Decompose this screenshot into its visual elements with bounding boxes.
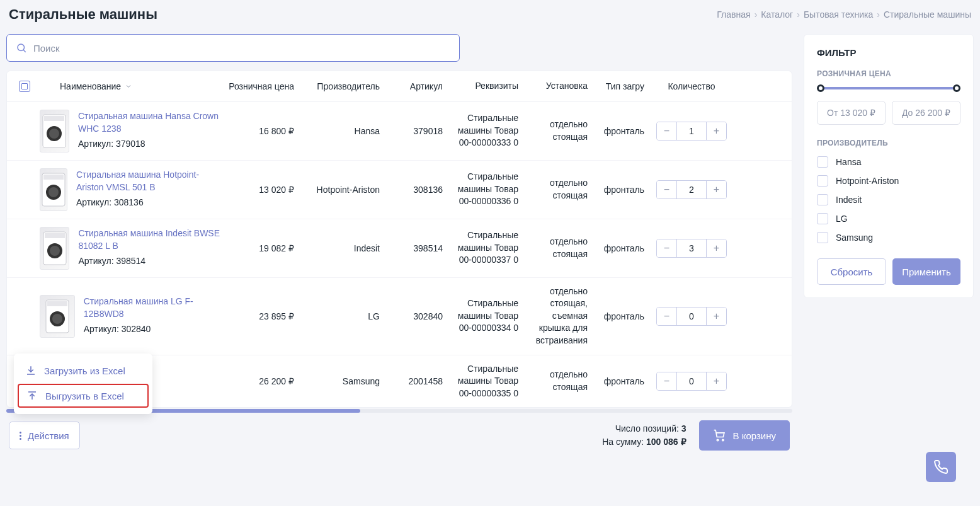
cell-price: 13 020 ₽ <box>222 185 304 195</box>
cell-article: 302840 <box>386 311 449 321</box>
qty-value: 1 <box>677 122 706 140</box>
filter-checkbox[interactable]: Hotpoint-Ariston <box>817 175 960 187</box>
product-name[interactable]: Стиральная машина Hansa Crown WHC 1238 <box>78 110 222 135</box>
quantity-stepper[interactable]: −2+ <box>656 180 727 199</box>
checkbox-icon <box>817 194 828 205</box>
filter-checkbox[interactable]: Samsung <box>817 232 960 243</box>
actions-button[interactable]: Действия <box>9 422 80 449</box>
cell-requisites: Стиральные машины Товар 00-00000333 0 <box>449 112 525 149</box>
cell-article: 2001458 <box>386 376 449 386</box>
checkbox-icon <box>817 232 828 243</box>
cell-installation: отдельно стоящая <box>525 236 594 260</box>
svg-line-1 <box>23 50 26 52</box>
quantity-stepper[interactable]: −1+ <box>656 122 727 141</box>
search-input[interactable] <box>33 43 450 54</box>
column-header-load[interactable]: Тип загру <box>594 81 651 91</box>
checkbox-icon <box>817 156 828 168</box>
qty-plus-button[interactable]: + <box>706 239 726 257</box>
qty-minus-button[interactable]: − <box>657 308 677 325</box>
cell-installation: отдельно стоящая <box>525 118 594 143</box>
breadcrumb-item[interactable]: Главная <box>717 9 750 20</box>
qty-minus-button[interactable]: − <box>657 372 677 390</box>
qty-plus-button[interactable]: + <box>706 308 726 325</box>
search-box[interactable] <box>6 34 460 62</box>
column-header-installation[interactable]: Установка <box>525 80 594 93</box>
cell-installation: отдельно стоящая <box>525 177 594 202</box>
checkbox-label: LG <box>836 214 848 224</box>
load-excel-item[interactable]: Загрузить из Excel <box>14 359 152 382</box>
qty-minus-button[interactable]: − <box>657 181 677 198</box>
table-header: Наименование Розничная цена Производител… <box>7 71 792 102</box>
filter-apply-button[interactable]: Применить <box>892 258 960 285</box>
checkbox-label: Hotpoint-Ariston <box>836 176 899 186</box>
cell-requisites: Стиральные машины Товар 00-00000336 0 <box>449 171 525 208</box>
cell-price: 23 895 ₽ <box>222 311 304 321</box>
slider-handle-max[interactable] <box>953 84 960 92</box>
cell-manufacturer: Samsung <box>304 376 386 386</box>
svg-point-19 <box>722 440 724 442</box>
cell-load: фронталь <box>594 311 651 321</box>
column-header-name[interactable]: Наименование <box>33 81 222 91</box>
price-slider[interactable] <box>819 87 958 89</box>
filter-checkbox[interactable]: LG <box>817 213 960 224</box>
qty-minus-button[interactable]: − <box>657 122 677 140</box>
product-name[interactable]: Стиральная машина Indesit BWSE 81082 L B <box>78 227 222 253</box>
expand-all-icon[interactable] <box>19 81 30 92</box>
price-to-input[interactable]: До 26 200 ₽ <box>892 101 960 125</box>
qty-plus-button[interactable]: + <box>706 181 726 198</box>
phone-icon <box>933 459 949 462</box>
chevron-right-icon: › <box>755 9 758 20</box>
actions-popup: Загрузить из Excel Выгрузить в Excel <box>14 354 152 414</box>
column-header-requisites[interactable]: Реквизиты <box>449 80 525 93</box>
filter-checkbox[interactable]: Indesit <box>817 194 960 205</box>
product-name[interactable]: Стиральная машина Hotpoint-Ariston VMSL … <box>76 168 222 194</box>
table-row: Стиральная машина Hotpoint-Ariston VMSL … <box>7 161 792 219</box>
column-header-manufacturer[interactable]: Производитель <box>304 81 386 91</box>
quantity-stepper[interactable]: −0+ <box>656 372 727 391</box>
dots-icon <box>20 432 21 440</box>
add-to-cart-button[interactable]: В корзину <box>699 420 790 451</box>
column-header-article[interactable]: Артикул <box>386 81 449 91</box>
qty-value: 3 <box>677 239 706 257</box>
svg-point-5 <box>49 129 59 139</box>
cell-installation: отдельно стоящая <box>525 369 594 393</box>
cell-load: фронталь <box>594 376 651 386</box>
filter-manufacturer-label: ПРОИЗВОДИТЕЛЬ <box>817 139 960 147</box>
qty-plus-button[interactable]: + <box>706 122 726 140</box>
export-excel-item[interactable]: Выгрузить в Excel <box>18 384 149 408</box>
qty-minus-button[interactable]: − <box>657 239 677 257</box>
column-header-quantity[interactable]: Количество <box>651 81 732 91</box>
product-image <box>40 295 75 338</box>
summary: Число позиций: 3 На сумму: 100 086 ₽ <box>602 422 686 449</box>
quantity-stepper[interactable]: −0+ <box>656 307 727 326</box>
cell-manufacturer: Hansa <box>304 126 386 136</box>
breadcrumb-item[interactable]: Каталог <box>761 9 793 20</box>
column-header-price[interactable]: Розничная цена <box>222 81 304 91</box>
phone-fab[interactable] <box>926 452 956 462</box>
product-article-label: Артикул: 308136 <box>76 196 222 209</box>
checkbox-label: Indesit <box>836 195 862 205</box>
cell-price: 16 800 ₽ <box>222 126 304 136</box>
quantity-stepper[interactable]: −3+ <box>656 239 727 258</box>
cell-installation: отдельно стоящая, съемная крышка для вст… <box>525 285 594 347</box>
qty-plus-button[interactable]: + <box>706 372 726 390</box>
filter-reset-button[interactable]: Сбросить <box>817 258 886 285</box>
cell-requisites: Стиральные машины Товар 00-00000337 0 <box>449 229 525 267</box>
cell-price: 26 200 ₽ <box>222 376 304 386</box>
cell-load: фронталь <box>594 126 651 136</box>
filter-checkbox[interactable]: Hansa <box>817 156 960 168</box>
checkbox-icon <box>817 213 828 224</box>
breadcrumb-item[interactable]: Стиральные машины <box>884 9 971 20</box>
svg-rect-15 <box>47 301 67 306</box>
cell-manufacturer: Hotpoint-Ariston <box>304 185 386 195</box>
qty-value: 2 <box>677 181 706 198</box>
table-row: Стиральная машина Indesit BWSE 81082 L B… <box>7 219 792 278</box>
svg-point-9 <box>48 187 59 197</box>
breadcrumb-item[interactable]: Бытовая техника <box>804 9 873 20</box>
cell-load: фронталь <box>594 243 651 253</box>
download-icon <box>25 365 37 376</box>
product-name[interactable]: Стиральная машина LG F-12B8WD8 <box>84 295 222 321</box>
price-from-input[interactable]: От 13 020 ₽ <box>817 101 886 125</box>
slider-handle-min[interactable] <box>817 84 824 92</box>
table-row: Стиральная машина LG F-12B8WD8Артикул: 3… <box>7 278 792 355</box>
